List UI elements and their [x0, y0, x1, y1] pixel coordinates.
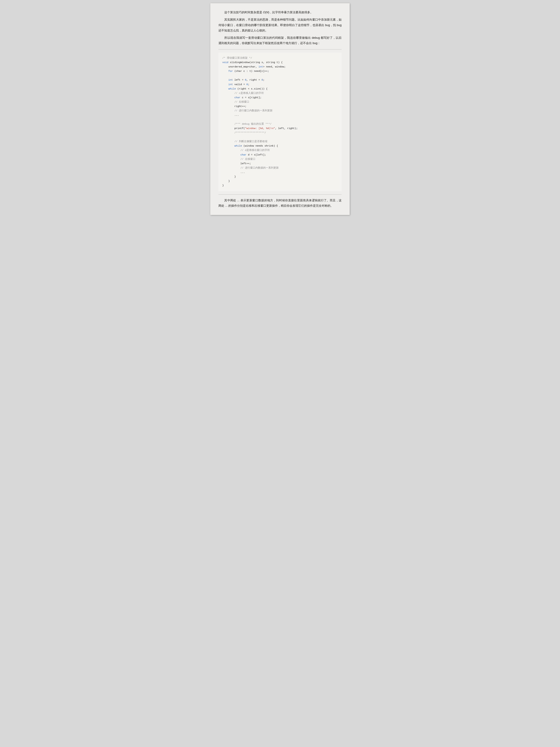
paragraph-3: 所以现在我就写一套滑动窗口算法的代码框架，我连在哪里做输出 debug 都写好了…: [218, 35, 342, 46]
page: 这个算法技巧的时间复杂度是 O(N)，比字符串暴力算法要高效得多。 其实困扰大家…: [210, 3, 350, 215]
paragraph-2: 其实困扰大家的，不是算法的思路，而是各种细节问题。比如如何向窗口中添加新元素，如…: [218, 17, 342, 33]
code-block: /* 滑动窗口算法框架 */ void slidingWindow(string…: [218, 53, 342, 191]
paragraph-1: 这个算法技巧的时间复杂度是 O(N)，比字符串暴力算法要高效得多。: [218, 10, 342, 15]
footer-paragraph-1: 其中两处 ... 表示更新窗口数据的地方，到时候你直接往里面填具体逻辑就行了。而…: [218, 198, 342, 209]
